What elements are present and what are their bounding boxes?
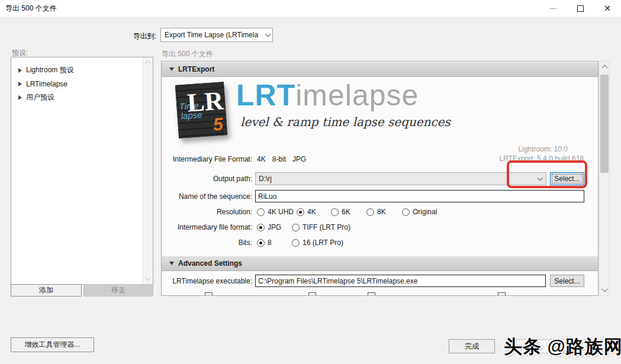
export-to-dropdown[interactable]: Export Time Lapse (LRTimela	[160, 28, 273, 42]
wordmark-imelapse: imelapse	[295, 79, 419, 112]
close-button[interactable]: ✕	[594, 0, 621, 17]
intermediary-format-row: Intermediary file format: JPG TIFF (LRT …	[162, 223, 350, 232]
done-button[interactable]: 完成	[449, 339, 495, 353]
export-to-value: Export Time Lapse (LRTimela	[165, 31, 266, 39]
presets-scrollbar[interactable]	[143, 57, 153, 284]
watermark-text: 头条 @路族网	[504, 334, 621, 359]
radio-tiff[interactable]: TIFF (LRT Pro)	[292, 223, 350, 231]
scroll-up-icon[interactable]	[145, 61, 151, 67]
radio-8bit[interactable]: 8	[257, 239, 292, 247]
radio-label: TIFF (LRT Pro)	[303, 223, 350, 231]
preset-item-user[interactable]: 用户预设	[11, 91, 153, 104]
radio-icon	[366, 208, 374, 216]
scroll-down-icon[interactable]	[145, 275, 151, 281]
minimize-icon	[550, 8, 556, 9]
radio-label: 8K	[377, 208, 386, 216]
radio-label: 4K	[307, 208, 316, 216]
section-header-advanced[interactable]: Advanced Settings	[162, 256, 598, 271]
lightroom-version: Lightroom: 10.0	[410, 145, 568, 153]
field-label: Intermediary file format:	[162, 223, 252, 231]
section-header-lrtexport[interactable]: LRTExport	[162, 62, 598, 77]
scroll-down-icon[interactable]	[602, 286, 608, 292]
expand-arrow-icon[interactable]	[18, 82, 22, 86]
add-preset-button[interactable]: 添加	[11, 284, 82, 297]
minimize-button[interactable]	[539, 0, 567, 17]
sequence-name-input[interactable]: RiLuo	[255, 190, 584, 202]
checkbox-icon[interactable]	[498, 292, 506, 296]
radio-label: 4K UHD	[268, 208, 294, 216]
executable-select-button[interactable]: Select...	[550, 275, 584, 287]
expand-arrow-icon[interactable]	[18, 95, 22, 100]
radio-6k[interactable]: 6K	[331, 208, 366, 216]
lrtimelapse-wordmark: LRTimelapse	[236, 78, 419, 112]
preset-item-label: 用户预设	[26, 92, 54, 102]
checkbox-icon[interactable]	[368, 292, 375, 296]
radio-label: 6K	[342, 208, 350, 216]
radio-label: 8	[268, 239, 272, 247]
section-title: LRTExport	[178, 65, 214, 73]
title-bar: 导出 500 个文件 ✕	[0, 0, 621, 17]
preset-item-lrtimelapse[interactable]: LRTimelapse	[11, 77, 153, 91]
red-highlight-annotation	[507, 160, 587, 188]
export-files-heading: 导出 500 个文件	[162, 49, 213, 59]
output-path-combobox[interactable]: D:\rj	[255, 172, 546, 185]
checkbox-icon[interactable]	[205, 292, 213, 296]
logo-5-text: 5	[213, 114, 224, 135]
intermediary-format-summary-row: Intermediary File Format: 4K 8-bit JPG	[162, 155, 313, 163]
field-label: Output path:	[162, 175, 252, 183]
field-label: Name of the sequence:	[162, 192, 252, 201]
expand-arrow-icon[interactable]	[18, 68, 22, 73]
checkbox-icon[interactable]	[308, 292, 316, 296]
collapse-arrow-icon	[169, 262, 174, 265]
maximize-button[interactable]	[567, 0, 594, 17]
preset-item-lightroom[interactable]: Lightroom 预设	[11, 63, 153, 77]
logo-tagline: level & ramp time lapse sequences	[240, 115, 451, 129]
iff-bits-value: 8-bit	[272, 155, 286, 163]
clipped-checkbox-row	[162, 292, 598, 296]
radio-icon	[257, 224, 265, 231]
maximize-icon	[577, 5, 584, 12]
sequence-name-row: Name of the sequence: RiLuo	[162, 190, 584, 202]
radio-8k[interactable]: 8K	[366, 208, 402, 216]
output-path-row: Output path: D:\rj	[162, 172, 546, 185]
radio-4k[interactable]: 4K	[297, 208, 331, 216]
collapse-arrow-icon	[169, 67, 174, 71]
window-title: 导出 500 个文件	[5, 4, 57, 14]
field-label: Bits:	[162, 239, 252, 247]
iff-resolution-value: 4K	[257, 155, 266, 163]
executable-row: LRTimelapse executable: C:\Program Files…	[162, 275, 546, 287]
scrollbar-thumb[interactable]	[600, 75, 609, 173]
iff-type-value: JPG	[292, 155, 306, 163]
lrtimelapse-logo-icon: Time lapse LR 5	[175, 82, 227, 138]
radio-icon	[402, 208, 410, 216]
radio-label: 16 (LRT Pro)	[303, 239, 343, 247]
scroll-up-icon[interactable]	[602, 65, 608, 71]
remove-preset-button: 移去	[83, 284, 153, 297]
close-icon: ✕	[604, 4, 611, 12]
panel-scrollbar[interactable]	[599, 61, 610, 296]
presets-list: Lightroom 预设 LRTimelapse 用户预设	[11, 57, 153, 285]
radio-icon	[257, 239, 265, 247]
radio-16bit[interactable]: 16 (LRT Pro)	[292, 239, 343, 247]
output-path-value: D:\rj	[259, 175, 538, 183]
plugin-manager-button[interactable]: 增效工具管理器...	[11, 337, 94, 352]
radio-icon	[257, 208, 265, 216]
field-label: Resolution:	[162, 208, 252, 216]
radio-icon	[292, 239, 300, 247]
section-title: Advanced Settings	[178, 259, 242, 268]
executable-path-input[interactable]: C:\Program Files\LRTimelapse 5\LRTimelap…	[255, 275, 546, 287]
radio-label: JPG	[268, 223, 281, 231]
radio-original[interactable]: Original	[402, 208, 437, 216]
window-controls: ✕	[539, 0, 621, 17]
radio-jpg[interactable]: JPG	[257, 223, 292, 231]
radio-icon	[297, 208, 304, 216]
field-label: LRTimelapse executable:	[162, 277, 252, 285]
preset-item-label: LRTimelapse	[26, 80, 67, 88]
radio-label: Original	[413, 208, 437, 216]
export-settings-panel: LRTExport Time lapse LR 5 LRTimelapse le…	[161, 61, 599, 296]
export-to-label: 导出到:	[0, 31, 156, 41]
radio-icon	[331, 208, 339, 216]
preset-item-label: Lightroom 预设	[26, 65, 74, 75]
field-label: Intermediary File Format:	[162, 155, 252, 163]
radio-4k-uhd[interactable]: 4K UHD	[257, 208, 297, 216]
